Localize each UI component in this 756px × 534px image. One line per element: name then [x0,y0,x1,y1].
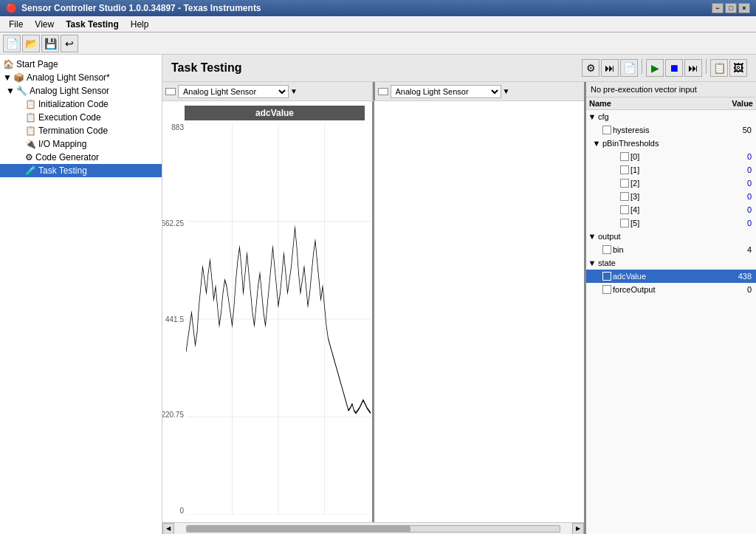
close-button[interactable]: × [738,3,750,13]
chart-left-dropdown[interactable]: ▼ [290,87,298,95]
toolbar-sep2 [706,59,707,74]
menu-task-testing[interactable]: Task Testing [60,18,125,31]
tasktesting-icon: 🧪 [25,165,36,176]
chart-left-select[interactable]: Analog Light Sensor [178,85,289,98]
props-row-bin[interactable]: bin 4 [586,243,756,256]
props-row-idx2[interactable]: [2] 0 [586,177,756,190]
chart-right-dropdown[interactable]: ▼ [503,87,510,95]
chart-scrollbar[interactable]: ◀ ▶ [162,522,584,534]
sidebar-item-code-gen[interactable]: ⚙ Code Generator [0,151,162,164]
task-btn-copy[interactable]: 📋 [710,59,728,77]
no-pre-execution-bar: No pre-execution vector input [586,82,756,97]
idx2-label: [2] [630,179,725,188]
toolbar-save[interactable]: 💾 [41,35,59,52]
sensor-node-icon: 🔧 [16,86,27,96]
props-tree: ▼ cfg hysteresis 50 [586,110,756,534]
forceoutput-value: 0 [725,285,755,294]
y-label-662: 662.25 [162,219,184,227]
task-btn-settings[interactable]: ⚙ [582,59,599,77]
bin-checkbox[interactable] [602,245,611,254]
idx2-checkbox[interactable] [620,179,629,188]
output-expand-icon[interactable]: ▼ [588,232,597,241]
idx0-value: 0 [725,152,755,161]
adcvalue-label: adcValue [613,272,725,281]
chart-line-graph [186,123,371,515]
chart-right-select[interactable]: Analog Light Sensor [391,85,501,98]
props-row-idx1[interactable]: [1] 0 [586,163,756,177]
pbinthresholds-expand-icon[interactable]: ▼ [592,139,601,148]
hysteresis-label: hysteresis [613,126,725,134]
task-btn-run[interactable]: ▶ [646,59,664,77]
props-row-adcvalue[interactable]: adcValue 438 [586,270,756,283]
task-btn-load[interactable]: 📄 [620,59,638,77]
sidebar: 🏠 Start Page ▼ 📦 Analog Light Sensor* ▼ … [0,55,162,534]
idx4-value: 0 [725,205,755,214]
chart-title-bar: adcValue [185,106,365,120]
props-row-state[interactable]: ▼ state [586,256,756,270]
main-panel: Task Testing ⚙ ⏭ 📄 ▶ ⏹ ⏭ 📋 🖼 [162,55,756,534]
titlebar: 🔴 Sensor Controller Studio 1.0.0.34897 -… [0,0,756,16]
expand-sensor-node-icon[interactable]: ▼ [6,86,15,96]
menubar: File View Task Testing Help [0,16,756,32]
props-row-idx5[interactable]: [5] 0 [586,216,756,230]
idx3-value: 0 [725,192,755,201]
task-btn-stop[interactable]: ⏹ [665,59,683,77]
scroll-right-arrow[interactable]: ▶ [572,523,584,535]
sidebar-item-exec-code[interactable]: 📋 Execution Code [0,111,162,124]
output-label: output [598,232,725,241]
chart-right-selector-bar: Analog Light Sensor ▼ [375,82,585,100]
expand-sensor-icon[interactable]: ▼ [3,72,12,83]
task-btn-step[interactable]: ⏭ [684,59,702,77]
minimize-button[interactable]: − [712,3,724,13]
toolbar-new[interactable]: 📄 [3,35,21,52]
props-row-output[interactable]: ▼ output [586,230,756,243]
sidebar-item-io-mapping[interactable]: 🔌 I/O Mapping [0,137,162,151]
forceoutput-checkbox[interactable] [602,285,611,294]
props-row-pbinthresholds[interactable]: ▼ pBinThresholds [586,137,756,150]
props-row-idx4[interactable]: [4] 0 [586,203,756,216]
task-btn-image[interactable]: 🖼 [729,59,747,77]
sidebar-item-init-code[interactable]: 📋 Initialization Code [0,97,162,111]
y-label-0: 0 [179,507,184,515]
scrollbar-track[interactable] [186,525,560,533]
restore-button[interactable]: □ [725,3,737,13]
sidebar-item-task-testing[interactable]: 🧪 Task Testing [0,164,162,177]
props-row-idx3[interactable]: [3] 0 [586,190,756,203]
task-btn-skip[interactable]: ⏭ [601,59,619,77]
props-row-hysteresis[interactable]: hysteresis 50 [586,123,756,137]
menu-help[interactable]: Help [125,18,155,31]
hysteresis-checkbox[interactable] [602,126,611,134]
scrollbar-thumb[interactable] [187,526,410,532]
idx0-checkbox[interactable] [620,152,629,161]
toolbar-undo[interactable]: ↩ [61,35,78,52]
state-expand-icon[interactable]: ▼ [588,259,597,267]
adcvalue-checkbox[interactable] [602,272,611,281]
forceoutput-label: forceOutput [613,285,725,294]
props-row-forceoutput[interactable]: forceOutput 0 [586,283,756,296]
idx4-label: [4] [630,205,725,214]
props-col-value: Value [716,99,753,108]
props-header: Name Value [586,97,756,110]
idx4-checkbox[interactable] [620,205,629,214]
sidebar-item-sensor[interactable]: ▼ 📦 Analog Light Sensor* [0,71,162,84]
sidebar-item-start-page[interactable]: 🏠 Start Page [0,58,162,71]
chart-left-selector-bar: Analog Light Sensor ▼ [162,82,373,100]
app-icon: 🔴 [6,3,17,13]
scroll-left-arrow[interactable]: ◀ [162,523,174,535]
sidebar-item-term-code[interactable]: 📋 Termination Code [0,124,162,137]
idx1-checkbox[interactable] [620,165,629,174]
idx5-value: 0 [725,219,755,227]
menu-file[interactable]: File [3,18,29,31]
pbinthresholds-label: pBinThresholds [602,139,725,148]
toolbar-open[interactable]: 📂 [22,35,40,52]
main-toolbar: 📄 📂 💾 ↩ [0,32,756,55]
cfg-expand-icon[interactable]: ▼ [588,112,597,121]
menu-view[interactable]: View [29,18,60,31]
props-row-idx0[interactable]: [0] 0 [586,150,756,163]
idx3-checkbox[interactable] [620,192,629,201]
y-label-883: 883 [171,123,184,131]
props-row-cfg[interactable]: ▼ cfg [586,110,756,123]
sidebar-item-sensor-node[interactable]: ▼ 🔧 Analog Light Sensor [0,84,162,97]
idx5-checkbox[interactable] [620,219,629,227]
properties-panel: No pre-execution vector input Name Value… [586,82,756,534]
